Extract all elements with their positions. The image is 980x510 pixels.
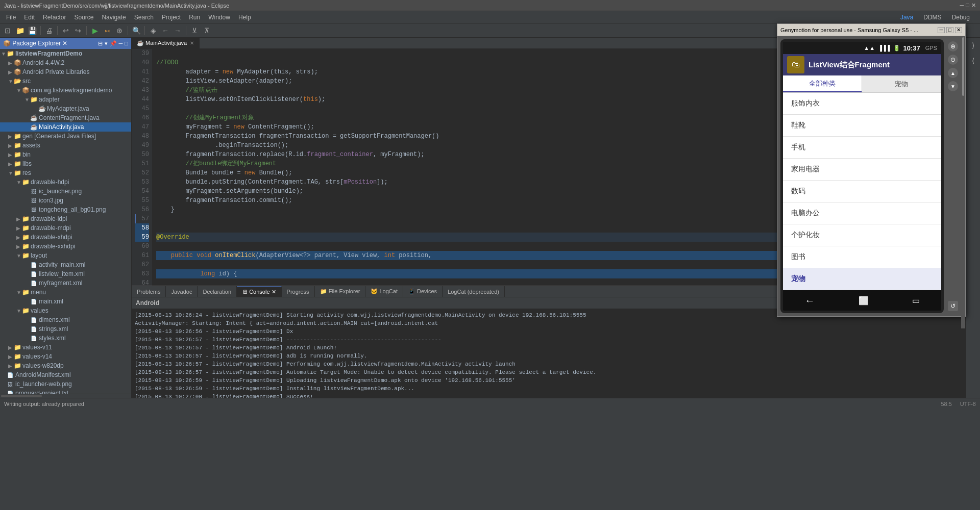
tree-item-project[interactable]: ▼ 📁 listviewFragmentDemo <box>0 49 131 58</box>
side-ctrl-rotate[interactable]: ↺ <box>948 301 958 311</box>
tree-item-icon3[interactable]: 🖼 icon3.jpg <box>0 196 131 205</box>
editor-tab-mainactivity[interactable]: ☕ MainActivity.java ✕ <box>132 38 200 48</box>
phone-nav-pet[interactable]: 宠物 <box>862 75 941 92</box>
tab-logcat-deprecated[interactable]: LogCat (deprecated) <box>443 286 505 297</box>
tab-problems[interactable]: Problems <box>132 286 166 297</box>
phone-list-item-1[interactable]: 服饰内衣 <box>783 93 941 115</box>
run-btn[interactable]: ▶ <box>89 25 101 36</box>
profile-btn[interactable]: ⊕ <box>114 25 125 36</box>
tree-item-proguard[interactable]: 📄 proguard-project.txt <box>0 389 131 394</box>
pe-pin-btn[interactable]: 📌 <box>110 40 117 47</box>
editor-tab-close[interactable]: ✕ <box>190 40 194 46</box>
tree-item-drawable-xxhdpi[interactable]: ▶ 📁 drawable-xxhdpi <box>0 242 131 251</box>
tree-item-listview-item-xml[interactable]: 📄 listview_item.xml <box>0 269 131 278</box>
tree-item-drawable-xhdpi[interactable]: ▶ 📁 drawable-xhdpi <box>0 233 131 242</box>
tab-java[interactable]: Java <box>896 13 917 22</box>
menu-file[interactable]: File <box>2 13 20 22</box>
phone-list-item-7[interactable]: 个护化妆 <box>783 224 941 246</box>
tab-declaration[interactable]: Declaration <box>198 286 237 297</box>
tree-item-ic-launcher-web[interactable]: 🖼 ic_launcher-web.png <box>0 379 131 389</box>
home-nav-btn[interactable]: ⬜ <box>859 296 869 305</box>
menu-help[interactable]: Help <box>234 13 255 22</box>
tree-item-mainactivity[interactable]: ☕ MainActivity.java <box>0 122 131 132</box>
tab-devices[interactable]: 📱 Devices <box>403 286 443 297</box>
menu-edit[interactable]: Edit <box>20 13 39 22</box>
menu-navigate[interactable]: Navigate <box>97 13 130 22</box>
gen-restore-btn[interactable]: □ <box>946 27 953 33</box>
maximize-btn[interactable]: □ <box>966 2 969 9</box>
tree-item-android-private[interactable]: ▶ 📦 Android Private Libraries <box>0 67 131 76</box>
tab-console[interactable]: 🖥 Console ✕ <box>237 286 281 297</box>
prev-annotation-btn[interactable]: ⊼ <box>201 25 212 36</box>
tree-item-libs[interactable]: ▶ 📁 libs <box>0 159 131 168</box>
tree-item-ic-launcher[interactable]: 🖼 ic_launcher.png <box>0 187 131 196</box>
gen-close-btn[interactable]: ✕ <box>955 27 962 33</box>
right-btn-2[interactable]: ⟨ <box>967 54 980 67</box>
redo-btn[interactable]: ↪ <box>72 25 84 36</box>
menu-refactor[interactable]: Refactor <box>39 13 70 22</box>
minimize-btn[interactable]: ─ <box>960 2 964 9</box>
tab-ddms[interactable]: DDMS <box>919 13 945 22</box>
tree-item-drawable-hdpi[interactable]: ▼ 📁 drawable-hdpi <box>0 177 131 187</box>
undo-btn[interactable]: ↩ <box>60 25 71 36</box>
tree-item-values[interactable]: ▼ 📁 values <box>0 306 131 315</box>
tree-item-gen[interactable]: ▶ 📁 gen [Generated Java Files] <box>0 132 131 141</box>
tab-javadoc[interactable]: Javadoc <box>166 286 198 297</box>
new-btn[interactable]: ⊡ <box>2 25 13 36</box>
debug-btn[interactable]: ⑅ <box>102 25 113 36</box>
side-ctrl-2[interactable]: ⊙ <box>948 55 958 65</box>
save-btn[interactable]: 💾 <box>27 25 38 36</box>
tree-item-layout[interactable]: ▼ 📁 layout <box>0 251 131 260</box>
pe-maximize-btn[interactable]: □ <box>125 40 128 47</box>
side-ctrl-1[interactable]: ⊕ <box>948 41 958 52</box>
tree-item-values-w820dp[interactable]: ▶ 📁 values-w820dp <box>0 361 131 370</box>
phone-list-item-2[interactable]: 鞋靴 <box>783 115 941 137</box>
forward-btn[interactable]: → <box>172 25 183 36</box>
tab-progress[interactable]: Progress <box>282 286 315 297</box>
tree-item-drawable-ldpi[interactable]: ▶ 📁 drawable-ldpi <box>0 214 131 223</box>
pe-minimize-btn[interactable]: ─ <box>119 40 123 47</box>
tree-item-package[interactable]: ▼ 📦 com.wjj.listviewfragmentdemo <box>0 86 131 95</box>
tree-item-src[interactable]: ▼ 📂 src <box>0 76 131 86</box>
phone-list-item-3[interactable]: 手机 <box>783 137 941 159</box>
tree-item-menu[interactable]: ▼ 📁 menu <box>0 288 131 297</box>
open-btn[interactable]: 📁 <box>14 25 26 36</box>
pe-menu-btn[interactable]: ▾ <box>105 40 108 47</box>
menu-project[interactable]: Project <box>158 13 185 22</box>
tree-item-activity-main-xml[interactable]: 📄 activity_main.xml <box>0 260 131 269</box>
phone-list-item-6[interactable]: 电脑办公 <box>783 202 941 224</box>
tree-item-tongcheng[interactable]: 🖼 tongcheng_all_bg01.png <box>0 205 131 214</box>
phone-list-item-9[interactable]: 宠物 <box>783 268 941 290</box>
pe-collapse-btn[interactable]: ⊟ <box>98 40 103 47</box>
menu-source[interactable]: Source <box>70 13 97 22</box>
tab-debug[interactable]: Debug <box>948 13 974 22</box>
tree-item-androidmanifest[interactable]: 📄 AndroidManifest.xml <box>0 370 131 379</box>
phone-list-item-8[interactable]: 图书 <box>783 246 941 268</box>
tree-item-strings-xml[interactable]: 📄 strings.xml <box>0 324 131 334</box>
phone-list-item-4[interactable]: 家用电器 <box>783 159 941 181</box>
menu-window[interactable]: Window <box>204 13 234 22</box>
tree-item-res[interactable]: ▼ 📁 res <box>0 168 131 177</box>
search-btn[interactable]: 🔍 <box>131 25 142 36</box>
side-ctrl-3[interactable]: ▲ <box>948 68 958 78</box>
right-btn-1[interactable]: ⟩ <box>967 39 980 52</box>
tree-item-values-v11[interactable]: ▶ 📁 values-v11 <box>0 343 131 352</box>
tree-item-styles-xml[interactable]: 📄 styles.xml <box>0 334 131 343</box>
recent-nav-btn[interactable]: ▭ <box>912 296 920 305</box>
back-nav-btn[interactable]: ← <box>805 295 815 307</box>
phone-nav-all[interactable]: 全部种类 <box>783 75 862 92</box>
tree-item-assets[interactable]: ▶ 📁 assets <box>0 141 131 150</box>
tree-item-android[interactable]: ▶ 📦 Android 4.4W.2 <box>0 58 131 67</box>
menu-search[interactable]: Search <box>130 13 158 22</box>
tree-item-bin[interactable]: ▶ 📁 bin <box>0 150 131 159</box>
back-btn[interactable]: ← <box>160 25 171 36</box>
side-ctrl-4[interactable]: ▼ <box>948 81 958 91</box>
next-annotation-btn[interactable]: ⊻ <box>189 25 200 36</box>
phone-list-item-5[interactable]: 数码 <box>783 181 941 202</box>
tree-item-main-xml[interactable]: 📄 main.xml <box>0 297 131 306</box>
gen-minimize-btn[interactable]: ─ <box>938 27 945 33</box>
print-btn[interactable]: 🖨 <box>43 25 55 36</box>
pe-hscrollbar-thumb[interactable] <box>1 395 42 397</box>
tree-item-contentfragment[interactable]: ☕ ContentFragment.java <box>0 113 131 122</box>
tab-file-explorer[interactable]: 📁 File Explorer <box>315 286 366 297</box>
